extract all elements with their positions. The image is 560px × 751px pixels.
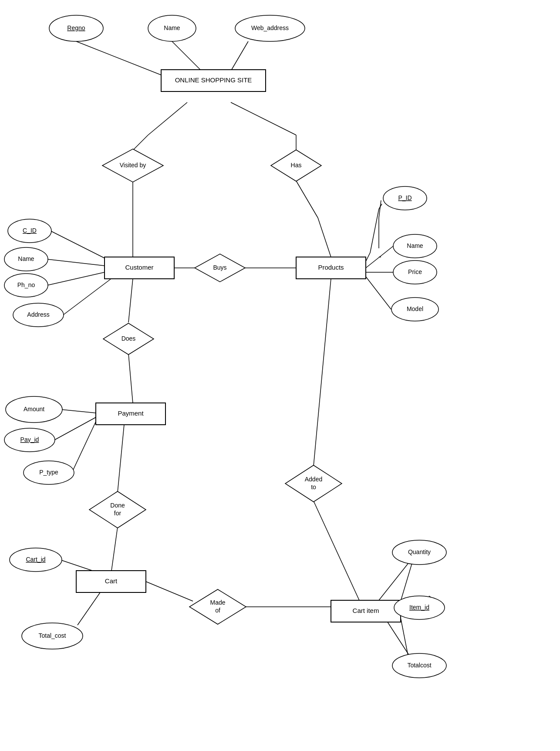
attr-totalcost-label: Totalcost <box>407 662 431 669</box>
svg-line-3 <box>148 102 187 135</box>
svg-line-13 <box>63 279 111 315</box>
svg-line-4 <box>133 135 148 150</box>
svg-line-11 <box>47 259 105 266</box>
rel-added-to-label1: to <box>311 484 316 491</box>
svg-line-33 <box>111 527 118 571</box>
svg-line-18 <box>370 209 379 253</box>
attr-p-type-label: P_type <box>39 469 58 476</box>
attr-regno-label: Regno <box>67 24 85 31</box>
rel-made-of-label1: of <box>215 607 220 614</box>
attr-amount-label: Amount <box>24 406 44 413</box>
svg-line-35 <box>146 582 193 601</box>
attr-address-label: Address <box>27 311 49 318</box>
attr-ph-no-label: Ph_no <box>17 281 35 288</box>
rel-visited-by-label0: Visited by <box>120 162 146 169</box>
svg-line-40 <box>401 618 408 656</box>
svg-line-31 <box>314 501 359 600</box>
svg-line-17 <box>366 253 370 261</box>
svg-line-5 <box>231 102 296 135</box>
rel-has-label0: Has <box>291 162 302 169</box>
attr-p-id-label: P_ID <box>398 194 412 201</box>
svg-line-12 <box>47 272 105 285</box>
svg-line-25 <box>128 279 133 322</box>
attr-cart-id-label: Cart_id <box>26 556 45 563</box>
attr-item-id-label: Item_id <box>409 604 429 611</box>
svg-line-43 <box>388 622 409 656</box>
svg-line-20 <box>366 246 393 268</box>
entity-payment-label: Payment <box>118 409 144 417</box>
svg-line-26 <box>128 354 133 403</box>
entity-online-shopping-label: ONLINE SHOPPING SITE <box>175 76 252 84</box>
rel-does-label0: Does <box>121 335 136 342</box>
attr-web-address-label: Web_address <box>251 24 289 31</box>
attr-total-cost-label: Total_cost <box>38 632 66 639</box>
attr-pay-id-label: Pay_id <box>20 436 39 443</box>
rel-done-for-label0: Done <box>110 502 125 509</box>
svg-line-30 <box>314 279 331 466</box>
svg-line-0 <box>76 41 170 78</box>
attr-name-site-label: Name <box>164 24 180 31</box>
attr-model-label: Model <box>407 305 423 312</box>
svg-line-32 <box>118 425 124 492</box>
rel-made-of-label0: Made <box>210 599 225 606</box>
svg-line-27 <box>61 409 96 413</box>
svg-line-22 <box>366 277 391 309</box>
rel-buys-label0: Buys <box>213 264 226 271</box>
attr-c-id-label: C_ID <box>23 227 37 234</box>
rel-done-for-label1: for <box>114 510 121 517</box>
rel-added-to-label0: Added <box>305 476 322 483</box>
svg-line-34 <box>60 560 95 572</box>
attr-name-prod-label: Name <box>407 242 423 249</box>
svg-line-10 <box>51 231 107 259</box>
svg-line-29 <box>72 422 96 473</box>
svg-line-28 <box>54 417 96 440</box>
entity-cart-item-label: Cart item <box>353 607 379 614</box>
attr-name-cust-label: Name <box>18 255 34 262</box>
svg-line-37 <box>78 592 100 625</box>
entity-cart-label: Cart <box>105 577 118 585</box>
attr-price-label: Price <box>408 268 422 275</box>
er-diagram: ONLINE SHOPPING SITECustomerProductsPaym… <box>0 0 560 751</box>
svg-line-41 <box>379 562 409 600</box>
entity-customer-label: Customer <box>125 264 153 271</box>
svg-line-8 <box>296 181 318 218</box>
svg-line-9 <box>318 218 331 257</box>
attr-quantity-label: Quantity <box>408 548 431 555</box>
entity-products-label: Products <box>318 264 344 271</box>
